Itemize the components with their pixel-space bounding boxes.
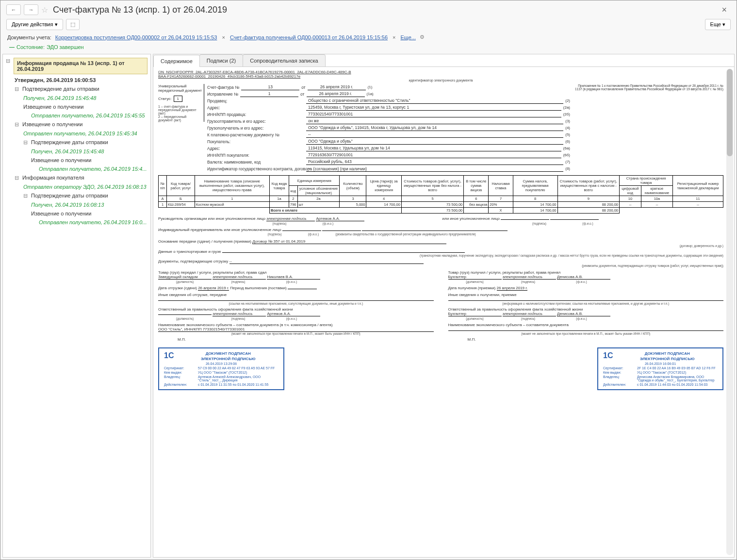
tab-note[interactable]: Сопроводительная записка — [243, 54, 325, 66]
upd-label: Универсальный передаточный документ — [158, 84, 202, 93]
back-button[interactable]: ← — [6, 4, 21, 15]
status-bullet-icon: — — [9, 44, 15, 50]
status-value: ЭДО завершен — [47, 44, 84, 50]
status-line: — Состояние: ЭДО завершен — [2, 42, 735, 52]
tree-node-detail: Получен, 26.04.2019 15:45:48 — [4, 94, 149, 102]
table-subheader: АБ11а22а34567891010а11 — [159, 196, 723, 202]
doc-id-2: BAA-F241A5260682-00001_20190426_49cb3186… — [158, 74, 723, 79]
tree-node[interactable]: Извещение о получении — [4, 156, 149, 165]
title-bar: ← → ☆ Счет-фактура № 13 (испр. 1) от 26.… — [2, 2, 735, 17]
collapse-icon[interactable]: ⊟ — [15, 175, 20, 181]
stamp-logo-icon: 1С — [603, 351, 613, 360]
status-label: Состояние: — [16, 44, 45, 50]
tree-panel: ⊟Информация продавца № 13 (испр. 1) от 2… — [2, 54, 151, 558]
star-icon[interactable]: ☆ — [41, 5, 48, 15]
close-button[interactable]: × — [718, 5, 731, 15]
documents-line: Документы учета: Корректировка поступлен… — [2, 32, 735, 42]
scrollbar[interactable] — [726, 69, 733, 555]
toolbar: Другие действия ▾ ⬚ Еще ▾ — [2, 17, 735, 32]
annex-note: Приложение № 1 к постановлению Правитель… — [573, 84, 723, 91]
tree-root-detail: Утвержден, 26.04.2019 16:00:53 — [4, 76, 149, 84]
tab-content[interactable]: Содержимое — [153, 55, 200, 67]
handover-columns: Товар (груз) передал / услуги, результат… — [158, 270, 723, 342]
tree-node-detail: Отправлен получателю, 26.04.2019 16:0... — [4, 218, 149, 227]
signature-stamp-2: 1С ДОКУМЕНТ ПОДПИСАН ЭЛЕКТРОННОЙ ПОДПИСЬ… — [597, 347, 723, 390]
header-fields: Счет-фактура №13от26 апреля 2019 г.(1) И… — [207, 84, 570, 172]
forward-button[interactable]: → — [24, 4, 38, 15]
tree-node-detail: Отправлен получателю, 26.04.2019 15:45:5… — [4, 111, 149, 120]
stamp-logo-icon: 1С — [164, 351, 174, 360]
tree-node[interactable]: Извещение о получении — [4, 102, 149, 111]
doc-link-2[interactable]: Счет-фактура полученный ОД00-000013 от 2… — [230, 34, 388, 40]
status-label: Статус: — [158, 97, 172, 101]
stamp-placeholder: М.П. — [158, 337, 186, 342]
tree-node[interactable]: Извещение о получении — [4, 209, 149, 218]
tabs: Содержимое Подписи (2) Сопроводительная … — [153, 54, 734, 67]
table-total-row: Всего к оплате 73 500,00 Х 14 700,00 88 … — [159, 208, 723, 214]
tree-icon-button[interactable]: ⬚ — [66, 19, 80, 30]
main-split: ⊟Информация продавца № 13 (испр. 1) от 2… — [2, 54, 735, 558]
stamp-placeholder: М.П. — [448, 337, 476, 342]
tree-node-detail: Отправлен получателю, 26.04.2019 15:4... — [4, 165, 149, 173]
items-table: № п/п Код товара/ работ, услуг Наименова… — [158, 175, 723, 214]
more-button[interactable]: Еще ▾ — [705, 19, 731, 30]
signature-stamp-1: 1С ДОКУМЕНТ ПОДПИСАН ЭЛЕКТРОННОЙ ПОДПИСЬ… — [158, 347, 284, 390]
window-title: Счет-фактура № 13 (испр. 1) от 26.04.201… — [51, 5, 227, 15]
tree-node-detail: Получен, 26.04.2019 15:45:48 — [4, 147, 149, 156]
doc-id-sub: идентификатор электронного документа — [158, 79, 723, 82]
documents-label: Документы учета: — [7, 34, 51, 40]
doc-link-2-remove[interactable]: × — [392, 34, 396, 40]
collapse-icon[interactable]: ⊟ — [23, 139, 29, 146]
other-actions-button[interactable]: Другие действия ▾ — [6, 19, 63, 30]
document-preview: ON_NSCHFDOPPR_2AL-A7303297-E8CA-4BD6-A73… — [153, 67, 734, 557]
scroll-thumb[interactable] — [727, 69, 733, 156]
receiver-column: Товар (груз) получил / услуги, результат… — [448, 270, 724, 342]
tree-node[interactable]: ⊟Информация покупателя — [4, 173, 149, 182]
tab-signatures[interactable]: Подписи (2) — [199, 54, 243, 66]
app-window: ← → ☆ Счет-фактура № 13 (испр. 1) от 26.… — [0, 0, 737, 560]
footnote-1: 1 – счет-фактура и передаточный документ… — [158, 105, 202, 115]
status-value: 1 — [174, 96, 182, 102]
tree-node[interactable]: ⊟Подтверждение даты отправки — [4, 191, 149, 200]
signatures-block: Руководитель организации или иное уполно… — [158, 216, 723, 267]
doc-link-more[interactable]: Еще... — [400, 34, 416, 40]
tree-node[interactable]: ⊟Подтверждение даты отправки — [4, 84, 149, 94]
tree-node-detail: Отправлен получателю, 26.04.2019 15:45:3… — [4, 129, 149, 138]
tree-node[interactable]: ⊟Подтверждение даты отправки — [4, 138, 149, 147]
tree-root[interactable]: ⊟Информация продавца № 13 (испр. 1) от 2… — [4, 56, 149, 76]
signature-stamps: 1С ДОКУМЕНТ ПОДПИСАН ЭЛЕКТРОННОЙ ПОДПИСЬ… — [158, 347, 723, 390]
content-panel: Содержимое Подписи (2) Сопроводительная … — [153, 54, 735, 558]
tree-node-detail: Получен, 26.04.2019 16:08:13 — [4, 200, 149, 209]
footnote-2: 2 – передаточный документ (акт) — [158, 115, 202, 122]
upd-block: Универсальный передаточный документ Стат… — [158, 84, 204, 122]
collapse-icon[interactable]: ⊟ — [15, 86, 20, 92]
sender-column: Товар (груз) передал / услуги, результат… — [158, 270, 434, 342]
table-row: 1КШ-289/54Костюм мужской796шт5,00014 700… — [159, 202, 723, 208]
collapse-icon[interactable]: ⊟ — [23, 193, 29, 199]
gear-icon[interactable]: ⚙ — [420, 34, 425, 40]
doc-link-1-remove[interactable]: × — [221, 34, 226, 40]
collapse-icon[interactable]: ⊟ — [15, 121, 20, 128]
doc-link-1[interactable]: Корректировка поступления ОД00-000002 от… — [55, 34, 217, 40]
doc-id-1: ON_NSCHFDOPPR_2AL-A7303297-E8CA-4BD6-A73… — [158, 70, 723, 74]
tree-node[interactable]: ⊟Извещение о получении — [4, 120, 149, 129]
tree-node-detail: Отправлен оператору ЭДО, 26.04.2019 16:0… — [4, 182, 149, 191]
collapse-icon[interactable]: ⊟ — [6, 58, 12, 64]
